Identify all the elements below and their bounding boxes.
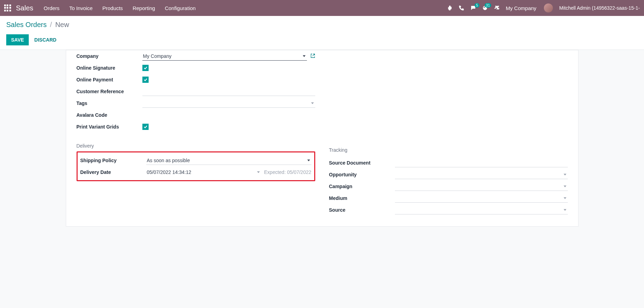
avalara-code-label: Avalara Code <box>77 112 142 118</box>
field-source-document: Source Document <box>329 157 568 169</box>
breadcrumb-root[interactable]: Sales Orders <box>6 21 47 28</box>
opportunity-label: Opportunity <box>329 172 395 177</box>
breadcrumb-current: New <box>55 21 69 28</box>
medium-input[interactable] <box>395 194 568 203</box>
delivery-group-title: Delivery <box>77 143 315 149</box>
discard-button[interactable]: DISCARD <box>34 34 56 45</box>
online-payment-checkbox[interactable] <box>142 77 149 83</box>
shipping-policy-label: Shipping Policy <box>80 158 146 163</box>
highlight-box: Shipping Policy Delivery Date <box>77 151 315 181</box>
view-header: Sales Orders / New SAVE DISCARD <box>0 16 644 50</box>
activities-icon[interactable]: 31 <box>482 5 488 11</box>
brand-title[interactable]: Sales <box>16 4 33 12</box>
nav-to-invoice[interactable]: To Invoice <box>69 5 93 11</box>
nav-right: 5 31 My Company Mitchell Admin (14956322… <box>447 3 640 12</box>
sheet-wrap: Company Online Signature <box>0 50 644 237</box>
field-shipping-policy: Shipping Policy <box>80 155 311 166</box>
field-online-payment: Online Payment <box>77 74 315 86</box>
tags-label: Tags <box>77 100 142 106</box>
breadcrumb-sep: / <box>50 21 52 28</box>
left-column: Company Online Signature <box>77 50 315 216</box>
online-signature-label: Online Signature <box>77 65 142 71</box>
campaign-label: Campaign <box>329 184 395 189</box>
tools-icon[interactable] <box>494 5 500 11</box>
nav-orders[interactable]: Orders <box>44 5 60 11</box>
field-company: Company <box>77 50 315 62</box>
medium-label: Medium <box>329 195 395 201</box>
tracking-group-title: Tracking <box>329 147 568 153</box>
messages-badge: 5 <box>475 3 479 8</box>
external-link-icon[interactable] <box>310 53 315 59</box>
field-customer-reference: Customer Reference <box>77 86 315 97</box>
user-menu[interactable]: Mitchell Admin (14956322-saas-15-1- <box>559 5 640 11</box>
tags-input[interactable] <box>142 99 315 108</box>
field-print-variant-grids: Print Variant Grids <box>77 121 315 133</box>
customer-reference-label: Customer Reference <box>77 89 142 94</box>
right-column: Tracking Source Document Opportunity Ca <box>329 50 568 216</box>
nav-links: Orders To Invoice Products Reporting Con… <box>44 5 447 11</box>
bug-icon[interactable] <box>447 5 452 11</box>
source-document-input[interactable] <box>395 159 568 167</box>
messages-icon[interactable]: 5 <box>470 5 476 11</box>
delivery-date-label: Delivery Date <box>80 169 146 175</box>
activities-badge: 31 <box>485 3 491 8</box>
field-online-signature: Online Signature <box>77 62 315 74</box>
breadcrumb: Sales Orders / New <box>6 21 638 29</box>
customer-reference-input[interactable] <box>142 87 315 96</box>
nav-configuration[interactable]: Configuration <box>165 5 196 11</box>
company-switcher[interactable]: My Company <box>506 5 536 11</box>
online-signature-checkbox[interactable] <box>142 65 149 71</box>
shipping-policy-select[interactable] <box>146 156 311 165</box>
field-tags: Tags <box>77 97 315 109</box>
field-source: Source <box>329 204 568 216</box>
source-label: Source <box>329 207 395 213</box>
form-sheet: Company Online Signature <box>66 50 579 227</box>
nav-products[interactable]: Products <box>102 5 123 11</box>
source-document-label: Source Document <box>329 160 395 166</box>
phone-icon[interactable] <box>459 5 464 11</box>
action-buttons: SAVE DISCARD <box>6 34 638 50</box>
avatar[interactable] <box>544 3 553 12</box>
save-button[interactable]: SAVE <box>6 34 29 45</box>
field-avalara-code: Avalara Code <box>77 109 315 121</box>
company-input[interactable] <box>142 52 307 61</box>
top-nav: Sales Orders To Invoice Products Reporti… <box>0 0 644 16</box>
delivery-date-input[interactable] <box>146 168 262 176</box>
field-medium: Medium <box>329 192 568 204</box>
opportunity-input[interactable] <box>395 170 568 179</box>
expected-date-text: Expected: 05/07/2022 <box>264 169 311 175</box>
field-delivery-date: Delivery Date Expected: 05/07/2022 <box>80 166 311 178</box>
nav-reporting[interactable]: Reporting <box>133 5 155 11</box>
print-variant-grids-checkbox[interactable] <box>142 124 149 130</box>
field-opportunity: Opportunity <box>329 169 568 181</box>
company-label: Company <box>77 53 142 59</box>
apps-icon[interactable] <box>4 5 11 11</box>
source-input[interactable] <box>395 206 568 214</box>
campaign-input[interactable] <box>395 182 568 191</box>
print-variant-grids-label: Print Variant Grids <box>77 124 142 130</box>
online-payment-label: Online Payment <box>77 77 142 82</box>
field-campaign: Campaign <box>329 181 568 192</box>
